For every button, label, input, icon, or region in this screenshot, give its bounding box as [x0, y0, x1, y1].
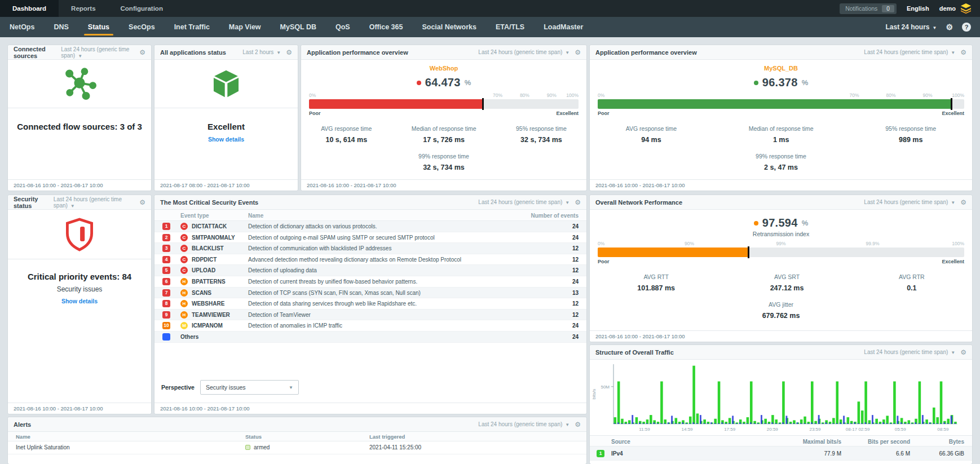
perspective-select[interactable]: Security issues▼ — [200, 380, 299, 395]
panel-timespan-footer: 2021-08-16 10:00 - 2021-08-17 10:00 — [154, 403, 586, 414]
gauge-poor-label: Poor — [598, 111, 610, 116]
metric-value: 32 s, 734 ms — [418, 163, 469, 171]
metric-label: AVG SRT — [770, 273, 804, 280]
nav-tab-inet-traffic[interactable]: Inet Traffic — [165, 17, 219, 37]
panel-timespan-footer: 2021-08-17 08:00 - 2021-08-17 10:00 — [154, 179, 298, 191]
metric-label: 95% response time — [885, 125, 936, 132]
gear-icon[interactable]: ⚙ — [960, 198, 966, 206]
status-dot — [417, 81, 421, 85]
panel-timespan-dropdown[interactable]: Last 24 hours (generic time span)▼ — [61, 46, 134, 59]
svg-text:11:59: 11:59 — [639, 427, 650, 432]
rank-badge: 5 — [162, 267, 170, 274]
gear-icon[interactable]: ⚙ — [575, 198, 581, 206]
gauge-fill — [598, 99, 951, 109]
security-event-row[interactable]: 6HBPATTERNSDetection of current threats … — [154, 276, 586, 288]
security-event-row-others[interactable]: Others24 — [154, 332, 586, 343]
metric: AVG response time94 ms — [626, 125, 677, 144]
panel-timespan-dropdown[interactable]: Last 24 hours (generic time span)▼ — [864, 349, 955, 355]
chevron-down-icon: ▼ — [933, 25, 937, 30]
nav-tab-map-view[interactable]: Map View — [219, 17, 271, 37]
event-name: Detection of TCP scans (SYN scan, FIN sc… — [248, 290, 421, 296]
top-tab-configuration[interactable]: Configuration — [108, 0, 175, 17]
metric: Median of response time1 ms — [749, 125, 814, 144]
metric: AVG response time10 s, 614 ms — [321, 125, 372, 144]
language-selector[interactable]: English — [907, 5, 929, 12]
gear-icon[interactable]: ⚙ — [960, 48, 966, 56]
bps-value: 6.6 M — [896, 450, 910, 457]
traffic-source-row[interactable]: 1IPv477.9 M6.6 M66.36 GiB — [590, 447, 972, 461]
top-tab-reports[interactable]: Reports — [59, 0, 108, 17]
retransmission-gauge: 0%90%99%99.9%100%PoorExcellent — [598, 241, 964, 264]
panel-timespan-dropdown[interactable]: Last 24 hours (generic time span)▼ — [478, 49, 570, 55]
security-event-row[interactable]: 8HWEBSHAREDetection of data sharing serv… — [154, 298, 586, 310]
gauge-tick-label: 80% — [520, 92, 529, 98]
alert-row[interactable]: Inet Uplink Saturationarmed2021-04-11 15… — [8, 441, 586, 454]
metric: AVG RTR0.1 — [899, 273, 925, 292]
panel-timespan-dropdown[interactable]: Last 24 hours (generic time span)▼ — [864, 49, 955, 55]
show-details-link[interactable]: Show details — [154, 136, 298, 143]
metric-value: 101.887 ms — [637, 284, 675, 292]
gauge-excellent-label: Excellent — [942, 111, 964, 116]
metric-label: AVG jitter — [762, 301, 800, 308]
nav-tab-secops[interactable]: SecOps — [119, 17, 165, 37]
nav-tab-office-365[interactable]: Office 365 — [360, 17, 413, 37]
help-icon[interactable]: ? — [962, 23, 971, 32]
nav-tab-dns[interactable]: DNS — [44, 17, 78, 37]
security-event-row[interactable]: 5CUPLOADDetection of uploading data12 — [154, 265, 586, 276]
panel-timespan-dropdown[interactable]: Last 24 hours (generic time span)▼ — [478, 199, 570, 205]
panel-timespan-dropdown[interactable]: Last 24 hours (generic time span)▼ — [864, 199, 955, 205]
gear-icon[interactable]: ⚙ — [286, 48, 292, 56]
gauge-tick-label: 99.9% — [866, 241, 879, 246]
show-details-link[interactable]: Show details — [8, 298, 151, 304]
security-event-row[interactable]: 3CBLACKLISTDetection of communication wi… — [154, 243, 586, 254]
metric: 95% response time32 s, 734 ms — [516, 125, 567, 144]
performance-value: 97.594 — [762, 216, 798, 229]
nav-tab-netops[interactable]: NetOps — [0, 17, 44, 37]
panel-timespan-dropdown[interactable]: Last 2 hours▼ — [242, 49, 281, 55]
gear-icon[interactable]: ⚙ — [575, 421, 581, 428]
application-name: WebShop — [301, 65, 586, 72]
gear-icon[interactable]: ⚙ — [139, 198, 145, 206]
armed-status-icon — [245, 445, 250, 450]
nav-tab-qos[interactable]: QoS — [326, 17, 360, 37]
rank-badge: 8 — [162, 300, 170, 307]
panel-timespan-dropdown[interactable]: Last 24 hours (generic time span)▼ — [54, 196, 134, 209]
security-status-message: Critical priority events: 84 — [8, 272, 151, 281]
applications-status-value: Excellent — [154, 122, 298, 131]
user-menu[interactable]: demo — [939, 3, 972, 14]
response-time-metrics: AVG response time10 s, 614 msMedian of r… — [301, 125, 586, 171]
settings-gear-icon[interactable]: ⚙ — [946, 23, 953, 32]
panel-timespan-footer: 2021-08-16 10:00 - 2021-08-17 10:00 — [8, 179, 151, 191]
metric-value: 0.1 — [899, 284, 925, 292]
severity-icon: M — [180, 322, 188, 329]
event-count: 13 — [572, 290, 579, 296]
global-timespan-dropdown[interactable]: Last 24 hours▼ — [885, 23, 937, 31]
nav-tab-mysql-db[interactable]: MySQL DB — [271, 17, 326, 37]
nav-tab-eta-tls[interactable]: ETA/TLS — [486, 17, 534, 37]
gear-icon[interactable]: ⚙ — [960, 348, 966, 356]
nav-tab-loadmaster[interactable]: LoadMaster — [534, 17, 593, 37]
traffic-source-row[interactable]: 2IPv63.3 M611.1 K6.13 GiB — [590, 461, 972, 464]
top-tab-dashboard[interactable]: Dashboard — [0, 0, 59, 17]
security-event-row[interactable]: 10MICMPANOMDetection of anomalies in ICM… — [154, 320, 586, 332]
source-name: IPv4 — [611, 450, 623, 457]
event-count: 24 — [572, 223, 579, 229]
notifications-button[interactable]: Notifications 0 — [840, 3, 897, 14]
applications-cube-icon — [210, 68, 242, 100]
gear-icon[interactable]: ⚙ — [139, 48, 145, 56]
gear-icon[interactable]: ⚙ — [575, 48, 581, 56]
security-event-row[interactable]: 7HSCANSDetection of TCP scans (SYN scan,… — [154, 288, 586, 299]
event-count: 24 — [572, 322, 579, 329]
security-event-row[interactable]: 4CRDPDICTAdvanced detection method revea… — [154, 254, 586, 266]
gauge-tick-label: 0% — [598, 241, 604, 246]
metric-label: AVG response time — [321, 125, 372, 132]
security-event-row[interactable]: 2CSMTPANOMALYDetection of outgoing e-mai… — [154, 232, 586, 244]
security-event-row[interactable]: 9HTEAMVIEWERDetection of TeamViewer12 — [154, 310, 586, 321]
panel-timespan-dropdown[interactable]: Last 24 hours (generic time span)▼ — [478, 421, 570, 427]
panel-title: Application performance overview — [595, 49, 697, 56]
event-type: WEBSHARE — [192, 301, 224, 307]
nav-tab-status[interactable]: Status — [78, 17, 119, 37]
security-event-row[interactable]: 1CDICTATTACKDetection of dictionary atta… — [154, 221, 586, 232]
nav-tab-social-networks[interactable]: Social Networks — [412, 17, 486, 37]
metric: 95% response time989 ms — [885, 125, 936, 144]
